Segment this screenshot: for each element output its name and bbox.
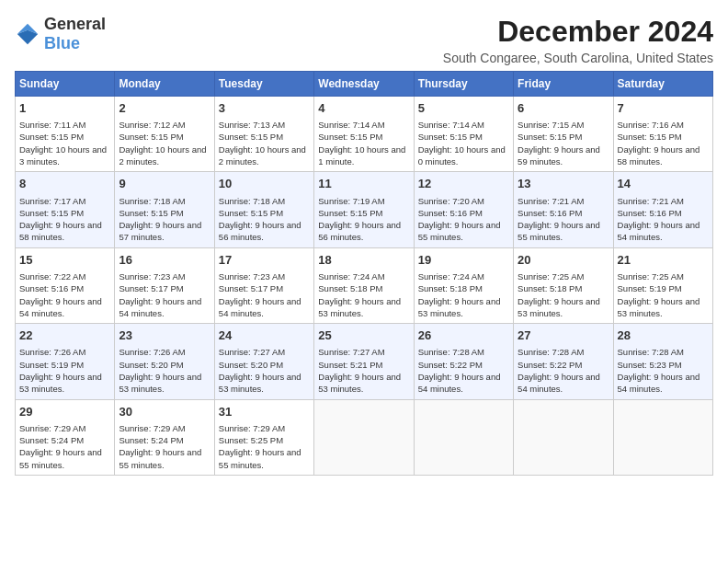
day-cell: 16 Sunrise: 7:23 AMSunset: 5:17 PMDaylig… bbox=[115, 247, 214, 323]
day-info: Sunrise: 7:21 AMSunset: 5:16 PMDaylight:… bbox=[518, 195, 609, 244]
day-cell: 18 Sunrise: 7:24 AMSunset: 5:18 PMDaylig… bbox=[314, 247, 414, 323]
day-number: 10 bbox=[219, 176, 310, 192]
day-number: 28 bbox=[618, 327, 709, 344]
week-row-5: 29 Sunrise: 7:29 AMSunset: 5:24 PMDaylig… bbox=[16, 399, 713, 475]
day-info: Sunrise: 7:13 AMSunset: 5:15 PMDaylight:… bbox=[219, 119, 310, 167]
day-number: 1 bbox=[19, 100, 110, 117]
col-header-monday: Monday bbox=[115, 72, 214, 97]
day-cell: 13 Sunrise: 7:21 AMSunset: 5:16 PMDaylig… bbox=[514, 172, 613, 247]
day-info: Sunrise: 7:18 AMSunset: 5:15 PMDaylight:… bbox=[219, 195, 310, 244]
day-info: Sunrise: 7:18 AMSunset: 5:15 PMDaylight:… bbox=[119, 195, 210, 244]
day-number: 7 bbox=[618, 100, 709, 117]
day-info: Sunrise: 7:16 AMSunset: 5:15 PMDaylight:… bbox=[618, 119, 709, 167]
day-cell: 23 Sunrise: 7:26 AMSunset: 5:20 PMDaylig… bbox=[115, 324, 214, 399]
day-info: Sunrise: 7:12 AMSunset: 5:15 PMDaylight:… bbox=[119, 119, 210, 167]
day-info: Sunrise: 7:28 AMSunset: 5:23 PMDaylight:… bbox=[618, 346, 709, 395]
day-info: Sunrise: 7:14 AMSunset: 5:15 PMDaylight:… bbox=[318, 119, 409, 167]
day-cell: 1 Sunrise: 7:11 AMSunset: 5:15 PMDayligh… bbox=[16, 97, 115, 172]
day-number: 23 bbox=[119, 327, 210, 344]
day-number: 14 bbox=[618, 176, 709, 192]
day-cell: 8 Sunrise: 7:17 AMSunset: 5:15 PMDayligh… bbox=[16, 172, 115, 247]
day-info: Sunrise: 7:23 AMSunset: 5:17 PMDaylight:… bbox=[219, 270, 310, 319]
day-cell: 17 Sunrise: 7:23 AMSunset: 5:17 PMDaylig… bbox=[214, 247, 313, 323]
col-header-wednesday: Wednesday bbox=[314, 72, 414, 97]
day-cell: 26 Sunrise: 7:28 AMSunset: 5:22 PMDaylig… bbox=[414, 324, 513, 399]
day-info: Sunrise: 7:28 AMSunset: 5:22 PMDaylight:… bbox=[518, 346, 609, 395]
day-cell: 22 Sunrise: 7:26 AMSunset: 5:19 PMDaylig… bbox=[16, 324, 115, 399]
day-info: Sunrise: 7:17 AMSunset: 5:15 PMDaylight:… bbox=[19, 195, 110, 244]
day-number: 22 bbox=[19, 327, 110, 344]
day-info: Sunrise: 7:29 AMSunset: 5:25 PMDaylight:… bbox=[219, 422, 310, 471]
day-number: 8 bbox=[19, 176, 110, 192]
day-cell: 21 Sunrise: 7:25 AMSunset: 5:19 PMDaylig… bbox=[613, 247, 712, 323]
day-cell: 29 Sunrise: 7:29 AMSunset: 5:24 PMDaylig… bbox=[16, 399, 115, 475]
day-cell: 6 Sunrise: 7:15 AMSunset: 5:15 PMDayligh… bbox=[514, 97, 613, 172]
week-row-2: 8 Sunrise: 7:17 AMSunset: 5:15 PMDayligh… bbox=[16, 172, 713, 247]
day-info: Sunrise: 7:24 AMSunset: 5:18 PMDaylight:… bbox=[318, 270, 409, 319]
day-info: Sunrise: 7:21 AMSunset: 5:16 PMDaylight:… bbox=[618, 195, 709, 244]
day-number: 5 bbox=[418, 100, 509, 117]
col-header-tuesday: Tuesday bbox=[214, 72, 313, 97]
day-number: 31 bbox=[219, 404, 310, 420]
day-info: Sunrise: 7:26 AMSunset: 5:19 PMDaylight:… bbox=[19, 346, 110, 395]
col-header-sunday: Sunday bbox=[16, 72, 115, 97]
week-row-1: 1 Sunrise: 7:11 AMSunset: 5:15 PMDayligh… bbox=[16, 97, 713, 172]
day-cell: 9 Sunrise: 7:18 AMSunset: 5:15 PMDayligh… bbox=[115, 172, 214, 247]
day-info: Sunrise: 7:19 AMSunset: 5:15 PMDaylight:… bbox=[318, 195, 409, 244]
day-cell: 14 Sunrise: 7:21 AMSunset: 5:16 PMDaylig… bbox=[613, 172, 712, 247]
day-cell: 3 Sunrise: 7:13 AMSunset: 5:15 PMDayligh… bbox=[214, 97, 313, 172]
day-cell: 30 Sunrise: 7:29 AMSunset: 5:24 PMDaylig… bbox=[115, 399, 214, 475]
day-cell: 25 Sunrise: 7:27 AMSunset: 5:21 PMDaylig… bbox=[314, 324, 414, 399]
day-cell: 2 Sunrise: 7:12 AMSunset: 5:15 PMDayligh… bbox=[115, 97, 214, 172]
day-number: 11 bbox=[318, 176, 409, 192]
day-cell: 4 Sunrise: 7:14 AMSunset: 5:15 PMDayligh… bbox=[314, 97, 414, 172]
day-cell bbox=[613, 399, 712, 475]
day-info: Sunrise: 7:22 AMSunset: 5:16 PMDaylight:… bbox=[19, 270, 110, 319]
day-info: Sunrise: 7:11 AMSunset: 5:15 PMDaylight:… bbox=[19, 119, 110, 167]
day-info: Sunrise: 7:20 AMSunset: 5:16 PMDaylight:… bbox=[418, 195, 509, 244]
day-cell: 7 Sunrise: 7:16 AMSunset: 5:15 PMDayligh… bbox=[613, 97, 712, 172]
day-number: 30 bbox=[119, 404, 210, 420]
day-cell: 31 Sunrise: 7:29 AMSunset: 5:25 PMDaylig… bbox=[214, 399, 313, 475]
header: General Blue December 2024 South Congare… bbox=[15, 15, 713, 65]
day-number: 3 bbox=[219, 100, 310, 117]
day-cell: 5 Sunrise: 7:14 AMSunset: 5:15 PMDayligh… bbox=[414, 97, 513, 172]
day-info: Sunrise: 7:26 AMSunset: 5:20 PMDaylight:… bbox=[119, 346, 210, 395]
day-cell: 10 Sunrise: 7:18 AMSunset: 5:15 PMDaylig… bbox=[214, 172, 313, 247]
day-number: 19 bbox=[418, 252, 509, 269]
day-info: Sunrise: 7:24 AMSunset: 5:18 PMDaylight:… bbox=[418, 270, 509, 319]
day-number: 9 bbox=[119, 176, 210, 192]
day-info: Sunrise: 7:29 AMSunset: 5:24 PMDaylight:… bbox=[119, 422, 210, 471]
header-row: SundayMondayTuesdayWednesdayThursdayFrid… bbox=[16, 72, 713, 97]
day-cell bbox=[514, 399, 613, 475]
day-cell bbox=[314, 399, 414, 475]
month-title: December 2024 bbox=[443, 15, 713, 49]
day-number: 27 bbox=[518, 327, 609, 344]
day-number: 29 bbox=[19, 404, 110, 420]
col-header-thursday: Thursday bbox=[414, 72, 513, 97]
day-number: 18 bbox=[318, 252, 409, 269]
day-info: Sunrise: 7:15 AMSunset: 5:15 PMDaylight:… bbox=[518, 119, 609, 167]
calendar-table: SundayMondayTuesdayWednesdayThursdayFrid… bbox=[15, 71, 713, 476]
day-info: Sunrise: 7:28 AMSunset: 5:22 PMDaylight:… bbox=[418, 346, 509, 395]
day-info: Sunrise: 7:25 AMSunset: 5:18 PMDaylight:… bbox=[518, 270, 609, 319]
title-area: December 2024 South Congaree, South Caro… bbox=[443, 15, 713, 65]
day-number: 20 bbox=[518, 252, 609, 269]
day-number: 17 bbox=[219, 252, 310, 269]
day-cell: 12 Sunrise: 7:20 AMSunset: 5:16 PMDaylig… bbox=[414, 172, 513, 247]
day-cell: 24 Sunrise: 7:27 AMSunset: 5:20 PMDaylig… bbox=[214, 324, 313, 399]
day-number: 26 bbox=[418, 327, 509, 344]
day-info: Sunrise: 7:29 AMSunset: 5:24 PMDaylight:… bbox=[19, 422, 110, 471]
day-number: 13 bbox=[518, 176, 609, 192]
day-cell: 28 Sunrise: 7:28 AMSunset: 5:23 PMDaylig… bbox=[613, 324, 712, 399]
day-cell: 27 Sunrise: 7:28 AMSunset: 5:22 PMDaylig… bbox=[514, 324, 613, 399]
day-info: Sunrise: 7:14 AMSunset: 5:15 PMDaylight:… bbox=[418, 119, 509, 167]
day-cell: 11 Sunrise: 7:19 AMSunset: 5:15 PMDaylig… bbox=[314, 172, 414, 247]
day-info: Sunrise: 7:23 AMSunset: 5:17 PMDaylight:… bbox=[119, 270, 210, 319]
logo: General Blue bbox=[15, 15, 106, 53]
day-number: 21 bbox=[618, 252, 709, 269]
day-number: 15 bbox=[19, 252, 110, 269]
logo-icon bbox=[15, 21, 40, 47]
day-number: 4 bbox=[318, 100, 409, 117]
logo-blue: Blue bbox=[44, 34, 80, 52]
